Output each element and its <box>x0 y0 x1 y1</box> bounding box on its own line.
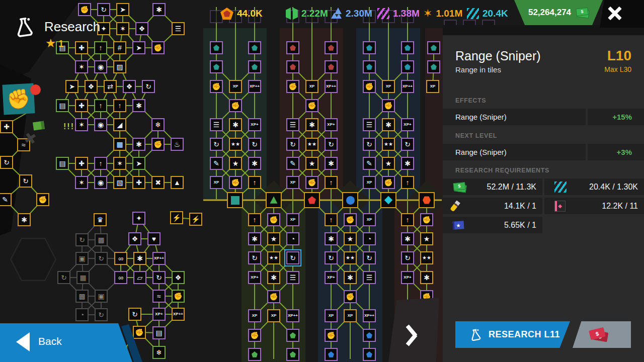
research-node[interactable] <box>401 60 414 73</box>
research-node[interactable]: ▤ <box>56 99 69 112</box>
research-node[interactable]: ✊ <box>151 138 165 151</box>
research-node[interactable]: ☰ <box>210 118 223 131</box>
research-node[interactable] <box>427 41 440 54</box>
research-node[interactable]: ↻ <box>95 308 108 321</box>
research-node[interactable]: ▱ <box>133 271 146 284</box>
research-node[interactable]: ✚ <box>132 176 145 189</box>
research-node[interactable] <box>210 41 223 54</box>
research-node[interactable]: ★★ <box>229 138 242 151</box>
research-node[interactable]: XP <box>363 213 376 226</box>
research-node[interactable]: ✊ <box>344 213 357 226</box>
research-button[interactable]: RESEARCH L11 <box>455 321 570 348</box>
research-node[interactable]: XP++ <box>152 252 166 265</box>
research-node[interactable]: ▤ <box>152 326 166 339</box>
research-node[interactable]: XP <box>382 80 395 93</box>
gateway-node-diamond[interactable] <box>380 192 396 208</box>
research-node[interactable]: ✖ <box>151 176 165 189</box>
research-node[interactable]: ↑ <box>401 176 414 189</box>
research-node[interactable]: ∞ <box>114 271 127 284</box>
research-node[interactable]: ⇄ <box>104 80 117 93</box>
research-node[interactable] <box>210 60 223 73</box>
research-node[interactable]: ↑ <box>248 213 261 226</box>
research-node[interactable]: ♥ <box>147 232 160 245</box>
research-node[interactable]: ❄ <box>151 118 165 131</box>
research-node[interactable]: ↻ <box>286 138 299 151</box>
research-node[interactable]: ✱ <box>132 138 145 151</box>
research-node[interactable]: ✊ <box>133 326 146 339</box>
research-node[interactable] <box>286 329 299 342</box>
research-node[interactable]: ↻ <box>142 80 155 93</box>
research-node[interactable]: XP++ <box>401 80 414 93</box>
research-node[interactable]: ◔ <box>286 232 299 245</box>
research-node[interactable]: XP+ <box>401 271 414 284</box>
research-node[interactable]: XP++ <box>248 80 261 93</box>
research-node[interactable]: ◔ <box>75 308 89 321</box>
research-node[interactable]: XP <box>210 176 223 189</box>
research-node[interactable] <box>286 60 299 73</box>
research-node[interactable]: ✊ <box>210 80 223 93</box>
research-node[interactable] <box>325 60 338 73</box>
research-node[interactable] <box>363 41 376 54</box>
research-node[interactable]: ↑ <box>325 213 338 226</box>
research-node[interactable]: ✱ <box>305 118 318 131</box>
research-node[interactable]: ▧ <box>113 176 126 189</box>
research-node[interactable]: XP+ <box>325 118 338 131</box>
research-node[interactable]: ✊ <box>382 176 395 189</box>
gateway-node-triangle[interactable] <box>266 192 282 208</box>
research-node[interactable]: ⚡ <box>170 211 183 224</box>
research-node[interactable]: ▩ <box>95 233 108 246</box>
research-node[interactable]: XP++ <box>325 80 338 93</box>
research-node[interactable]: ↻ <box>325 138 338 151</box>
research-node[interactable]: ↻ <box>152 271 166 284</box>
research-node[interactable]: XP <box>286 213 299 226</box>
gateway-node-square[interactable] <box>227 192 243 208</box>
research-node[interactable]: ↻ <box>363 251 376 264</box>
research-node[interactable]: ◔ <box>363 232 376 245</box>
close-button[interactable] <box>604 3 626 24</box>
research-node[interactable]: ★★ <box>420 251 433 264</box>
research-node[interactable]: ❖ <box>85 80 98 93</box>
research-node[interactable]: ✱ <box>420 271 433 284</box>
research-node[interactable]: ↻ <box>401 251 414 264</box>
research-node[interactable]: ★★ <box>305 138 318 151</box>
research-node[interactable]: ✎ <box>210 157 223 170</box>
research-node[interactable]: ▦ <box>76 271 90 284</box>
research-node[interactable]: XP <box>248 309 261 322</box>
research-node[interactable]: ★ <box>420 232 433 245</box>
research-node[interactable]: ✱ <box>401 232 414 245</box>
research-node[interactable]: XP <box>267 309 280 322</box>
research-node[interactable]: ↻ <box>248 251 261 264</box>
research-node[interactable] <box>401 41 414 54</box>
research-node[interactable]: ◉ <box>94 60 107 73</box>
research-node[interactable]: ❖ <box>128 232 141 245</box>
research-node[interactable]: XP++ <box>172 308 185 321</box>
research-node[interactable]: ★★ <box>382 138 395 151</box>
research-node[interactable]: ✱ <box>248 157 261 170</box>
research-node[interactable]: ↻ <box>210 138 223 151</box>
research-node[interactable]: ✱ <box>133 252 146 265</box>
research-node[interactable]: ☰ <box>286 118 299 131</box>
research-node[interactable]: ↻ <box>363 138 376 151</box>
research-node[interactable]: ✊ <box>267 213 280 226</box>
research-node[interactable]: ★ <box>267 232 280 245</box>
research-node[interactable]: ◉ <box>94 118 107 131</box>
research-node[interactable]: ↑ <box>94 157 107 170</box>
research-node[interactable]: ≈ <box>152 290 166 303</box>
research-node[interactable]: ✱ <box>325 157 338 170</box>
research-node[interactable]: ↻ <box>248 138 261 151</box>
research-node[interactable]: ↑ <box>94 41 107 54</box>
research-node[interactable]: ✊ <box>172 290 185 303</box>
research-node[interactable]: ✱ <box>132 99 145 112</box>
research-node[interactable] <box>427 60 440 73</box>
research-node[interactable]: ▨ <box>113 60 126 73</box>
research-node[interactable]: ☰ <box>363 118 376 131</box>
research-node[interactable]: XP <box>325 309 338 322</box>
research-ticket-button[interactable]: $ $ <box>573 321 631 348</box>
research-node[interactable]: ★ <box>344 232 357 245</box>
research-node[interactable]: ✊ <box>420 213 433 226</box>
research-node[interactable]: XP++ <box>363 309 376 322</box>
research-node[interactable]: ↻ <box>0 156 13 169</box>
research-node[interactable]: ✦ <box>132 212 145 225</box>
research-node[interactable]: ◉ <box>94 176 107 189</box>
research-node[interactable]: ➤ <box>132 157 145 170</box>
